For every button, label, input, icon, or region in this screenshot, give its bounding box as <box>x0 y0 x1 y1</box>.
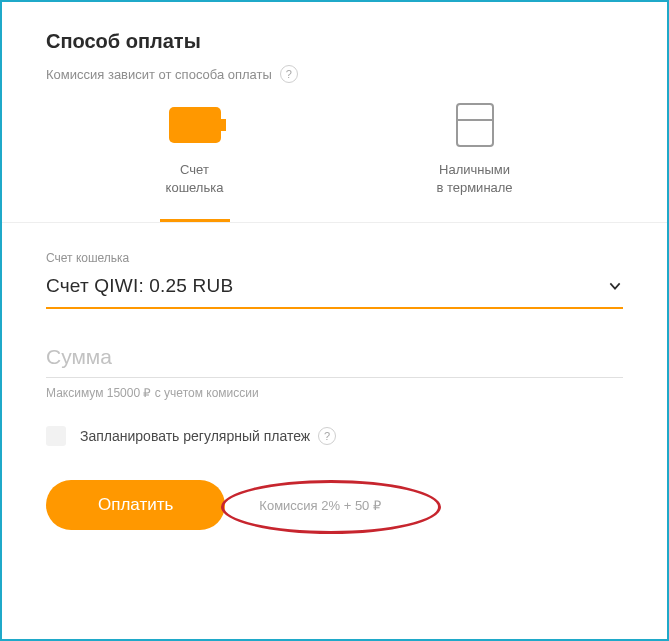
chevron-down-icon <box>607 278 623 294</box>
terminal-icon <box>456 103 494 147</box>
account-field: Счет кошелька Счет QIWI: 0.25 RUB <box>46 251 623 309</box>
help-icon[interactable]: ? <box>280 65 298 83</box>
method-wallet[interactable]: Счет кошелька <box>125 101 265 222</box>
schedule-row: Запланировать регулярный платеж ? <box>46 426 623 446</box>
commission-note-row: Комиссия зависит от способа оплаты ? <box>46 65 623 83</box>
amount-field: Сумма Максимум 15000 ₽ с учетом комиссии <box>46 345 623 400</box>
action-row: Оплатить Комиссия 2% + 50 ₽ <box>46 480 623 530</box>
schedule-label: Запланировать регулярный платеж <box>80 428 310 444</box>
section-title: Способ оплаты <box>46 30 623 53</box>
schedule-checkbox[interactable] <box>46 426 66 446</box>
amount-input[interactable]: Сумма <box>46 345 623 378</box>
amount-helper: Максимум 15000 ₽ с учетом комиссии <box>46 386 623 400</box>
pay-button[interactable]: Оплатить <box>46 480 225 530</box>
divider <box>2 222 667 223</box>
account-label: Счет кошелька <box>46 251 623 265</box>
help-icon[interactable]: ? <box>318 427 336 445</box>
commission-info-wrap: Комиссия 2% + 50 ₽ <box>259 498 381 513</box>
commission-info: Комиссия 2% + 50 ₽ <box>259 498 381 513</box>
payment-methods: Счет кошелька Наличными в терминале <box>46 101 623 222</box>
method-wallet-underline <box>160 219 230 222</box>
terminal-icon-box <box>456 101 494 149</box>
wallet-icon <box>169 107 221 143</box>
account-select-value: Счет QIWI: 0.25 RUB <box>46 275 233 297</box>
method-wallet-label: Счет кошелька <box>166 161 224 197</box>
commission-note-text: Комиссия зависит от способа оплаты <box>46 67 272 82</box>
method-terminal-label: Наличными в терминале <box>436 161 512 197</box>
account-select[interactable]: Счет QIWI: 0.25 RUB <box>46 269 623 309</box>
method-terminal[interactable]: Наличными в терминале <box>405 101 545 222</box>
wallet-icon-box <box>169 101 221 149</box>
